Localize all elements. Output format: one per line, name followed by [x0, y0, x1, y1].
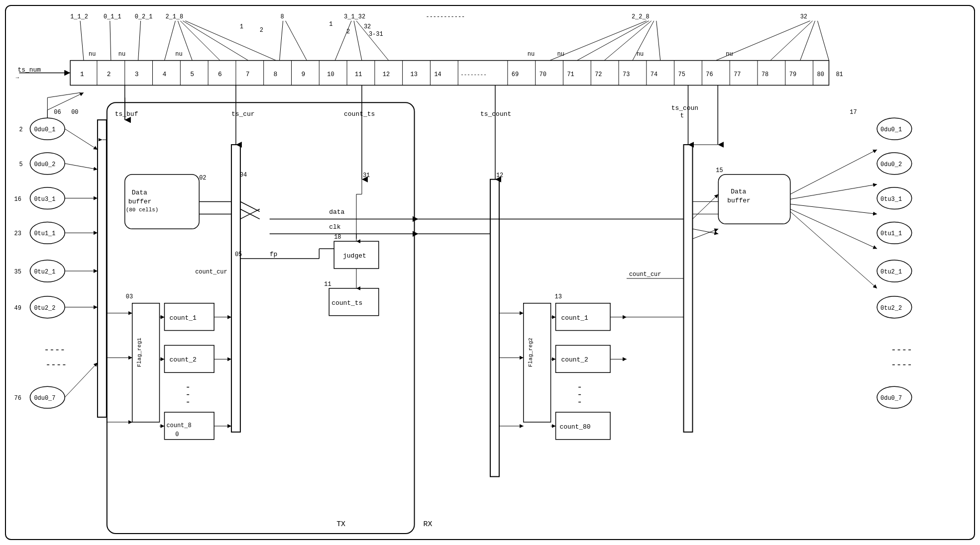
svg-text:03: 03 [126, 293, 133, 300]
svg-line-103 [716, 21, 810, 61]
svg-line-102 [656, 21, 660, 61]
svg-text:clk: clk [329, 223, 341, 231]
svg-text:06: 06 [54, 109, 61, 116]
svg-text:-: - [185, 397, 191, 407]
svg-line-244 [692, 229, 718, 239]
svg-text:count_ts: count_ts [344, 110, 375, 118]
svg-line-262 [790, 150, 877, 194]
svg-text:10: 10 [327, 71, 334, 78]
svg-text:71: 71 [567, 71, 574, 78]
svg-text:0tu3_1: 0tu3_1 [880, 196, 902, 203]
svg-text:0du0_1: 0du0_1 [880, 126, 902, 133]
svg-text:----: ---- [44, 345, 65, 355]
svg-text:02: 02 [199, 175, 206, 182]
svg-text:0_2_1: 0_2_1 [135, 13, 153, 20]
svg-text:----: ---- [891, 360, 912, 370]
svg-text:76: 76 [706, 71, 713, 78]
svg-text:1: 1 [240, 23, 243, 30]
svg-text:13: 13 [555, 293, 562, 300]
svg-line-85 [80, 21, 84, 61]
svg-line-88 [164, 21, 175, 61]
svg-text:count_80: count_80 [559, 423, 590, 431]
svg-text:--------: -------- [460, 72, 487, 78]
svg-text:11: 11 [324, 281, 331, 288]
svg-text:2_2_8: 2_2_8 [632, 13, 650, 20]
svg-text:TX: TX [336, 520, 345, 528]
svg-text:00: 00 [71, 109, 78, 116]
svg-line-134 [65, 164, 98, 170]
svg-text:73: 73 [623, 71, 630, 78]
svg-text:count_2: count_2 [561, 356, 588, 363]
svg-text:0: 0 [175, 431, 179, 438]
svg-text:----: ---- [891, 345, 912, 355]
svg-text:Data: Data [132, 189, 147, 196]
svg-line-243 [692, 229, 718, 234]
svg-line-90 [180, 21, 220, 61]
svg-text:nu: nu [726, 51, 733, 58]
svg-text:0tu2_1: 0tu2_1 [34, 269, 55, 275]
svg-text:nu: nu [557, 51, 564, 58]
svg-text:78: 78 [762, 71, 768, 78]
svg-text:14: 14 [434, 71, 441, 78]
svg-text:11: 11 [355, 71, 362, 78]
svg-text:count_2: count_2 [169, 356, 196, 363]
svg-text:0tu3_1: 0tu3_1 [34, 196, 55, 203]
svg-text:ts_coun: ts_coun [671, 104, 698, 112]
svg-text:49: 49 [14, 305, 21, 312]
svg-text:ts_cur: ts_cur [231, 110, 255, 118]
svg-line-97 [356, 21, 389, 61]
svg-line-133 [65, 129, 98, 150]
svg-text:count_cur: count_cur [629, 271, 661, 278]
svg-text:nu: nu [118, 51, 125, 58]
svg-line-94 [286, 21, 307, 61]
svg-line-98 [550, 21, 647, 61]
svg-text:t: t [680, 112, 684, 119]
svg-rect-233 [684, 145, 693, 432]
svg-text:RX: RX [424, 520, 433, 528]
svg-text:17: 17 [850, 109, 857, 116]
svg-text:nu: nu [528, 51, 535, 58]
svg-text:04: 04 [240, 172, 247, 179]
svg-text:0tu1_1: 0tu1_1 [34, 230, 55, 237]
svg-text:2_1_8: 2_1_8 [165, 13, 183, 20]
svg-text:0tu2_1: 0tu2_1 [880, 269, 902, 275]
svg-text:15: 15 [716, 167, 723, 174]
svg-text:32: 32 [364, 23, 371, 30]
svg-text:2: 2 [19, 126, 23, 133]
svg-text:ts_num: ts_num [18, 66, 41, 74]
svg-text:35: 35 [14, 269, 21, 275]
svg-text:31: 31 [363, 172, 370, 179]
svg-text:32: 32 [800, 13, 807, 20]
svg-text:ts_buf: ts_buf [115, 110, 138, 118]
svg-rect-149 [107, 102, 415, 534]
svg-text:3: 3 [135, 71, 139, 78]
svg-line-141 [65, 363, 98, 397]
svg-text:-----------: ----------- [426, 13, 465, 20]
svg-line-91 [183, 21, 248, 61]
svg-text:4: 4 [162, 71, 166, 78]
svg-line-270 [240, 202, 260, 212]
svg-rect-8 [70, 61, 829, 86]
svg-text:76: 76 [14, 395, 21, 402]
svg-line-263 [790, 184, 877, 199]
svg-text:0_1_1: 0_1_1 [104, 13, 121, 20]
svg-text:72: 72 [595, 71, 602, 78]
svg-line-140 [47, 92, 84, 110]
svg-text:70: 70 [540, 71, 546, 78]
svg-rect-132 [98, 120, 107, 417]
svg-text:5: 5 [19, 161, 23, 168]
svg-line-93 [280, 21, 283, 61]
svg-text:2: 2 [260, 27, 263, 34]
svg-text:7: 7 [246, 71, 250, 78]
svg-text:23: 23 [14, 230, 21, 237]
svg-text:05: 05 [235, 251, 242, 258]
svg-text:0du0_1: 0du0_1 [34, 126, 55, 133]
svg-text:1: 1 [329, 21, 332, 28]
svg-text:12: 12 [496, 172, 503, 179]
svg-line-86 [110, 21, 111, 61]
svg-text:buffer: buffer [727, 197, 751, 204]
svg-text:1_1_2: 1_1_2 [70, 13, 88, 20]
svg-text:8: 8 [281, 13, 284, 20]
svg-line-266 [790, 211, 877, 288]
svg-text:→: → [16, 75, 19, 81]
